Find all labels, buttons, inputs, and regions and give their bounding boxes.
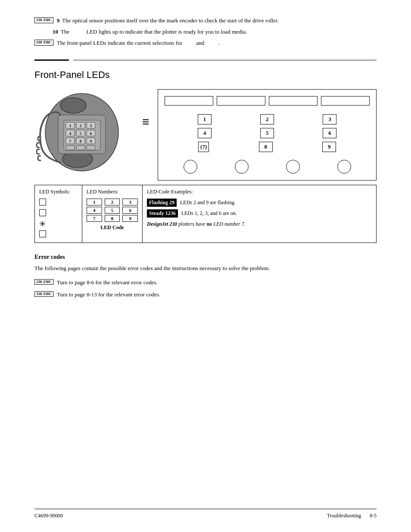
svg-text:4: 4: [69, 131, 72, 136]
led-numbers-col: LED Numbers: 1 2 3 4 5 6 7 8 9 LED Code: [82, 185, 143, 243]
panel-circle-3: [286, 160, 300, 174]
num-box-9: 9: [122, 215, 138, 222]
svg-text:6: 6: [90, 131, 92, 136]
model-tag-230-250: 230 250C: [34, 279, 53, 285]
step-number-10: 10: [53, 28, 58, 35]
flashing-badge: Flashing 29: [147, 199, 177, 207]
svg-text:9: 9: [90, 139, 92, 143]
num-box-4: 4: [87, 207, 102, 214]
steady-text: LEDs 1, 2, 3, and 6 are on.: [181, 210, 237, 217]
svg-rect-24: [76, 146, 85, 150]
svg-text:5: 5: [80, 131, 82, 136]
panel-led-3: 3: [323, 114, 336, 124]
num-box-6: 6: [122, 207, 138, 214]
svg-point-1: [60, 98, 86, 113]
example-row-flashing: Flashing 29 LEDs 2 and 9 are flashing.: [147, 199, 372, 207]
led-diagram-area: 1 2 3 4 5 6 7 8 9: [34, 89, 377, 180]
panel-circles-row: [165, 160, 370, 174]
num-box-2: 2: [105, 199, 120, 205]
symbol-star: ✳: [39, 220, 78, 228]
symbol-square-1: [39, 199, 78, 207]
panel-top-rects: [165, 96, 370, 106]
symbol-square-2: [39, 209, 78, 218]
num-box-5: 5: [105, 207, 120, 214]
svg-rect-25: [87, 146, 95, 150]
symbol-square-3: [39, 230, 78, 239]
step-10: 10 The LED lights up to indicate that th…: [53, 28, 377, 35]
svg-text:1: 1: [69, 124, 72, 128]
step-model-note: 330 350C The front-panel LEDs indicate t…: [34, 40, 377, 47]
led-examples-header: LED-Code Examples:: [147, 189, 372, 195]
page: 330 350C 9 The optical sensor positions …: [0, 0, 411, 532]
panel-rect-3: [269, 96, 318, 106]
error-description: The following pages contain the possible…: [34, 264, 377, 273]
divider-short: [34, 59, 69, 61]
model-tag-330-350c: 330 350C: [34, 291, 53, 297]
section-title: Front-Panel LEDs: [34, 69, 377, 81]
model-note-text: The front-panel LEDs indicate the curren…: [57, 40, 377, 47]
star-icon: ✳: [39, 220, 46, 228]
designjet-brand: DesignJet 230: [147, 221, 177, 227]
led-code-label: LED Code: [87, 224, 138, 231]
panel-led-7-group: ( 7 ): [198, 142, 209, 152]
steady-badge: Steady 1236: [147, 209, 178, 218]
step-9-text: The optical sensor positions itself over…: [62, 17, 377, 24]
phone-illustration: 1 2 3 4 5 6 7 8 9: [34, 89, 134, 177]
square-icon-2: [39, 209, 46, 216]
led-symbols-col: LED Symbols: ✳: [35, 185, 82, 243]
note-text-suffix: LED number 7.: [212, 221, 245, 227]
note-text-middle: plotters have: [177, 221, 206, 227]
svg-text:8: 8: [80, 139, 82, 143]
page-footer: C4699-90000 Troubleshooting 8-5: [34, 509, 377, 519]
led-examples-col: LED-Code Examples: Flashing 29 LEDs 2 an…: [143, 185, 376, 243]
panel-circle-4: [337, 160, 351, 174]
panel-led-6: 6: [323, 128, 336, 138]
equals-icon: ≡: [142, 115, 149, 129]
panel-led-1: 1: [198, 114, 212, 124]
error-section: Error codes The following pages contain …: [34, 254, 377, 298]
paren-right: ): [205, 143, 207, 150]
error-item-330: 330 350C Turn to page 8-13 for the relev…: [34, 291, 377, 298]
panel-circle-1: [184, 160, 197, 174]
error-text-330: Turn to page 8-13 for the relevant error…: [57, 291, 160, 298]
example-note: DesignJet 230 plotters have no LED numbe…: [147, 221, 372, 227]
example-row-steady: Steady 1236 LEDs 1, 2, 3, and 6 are on.: [147, 209, 372, 218]
footer-section: Troubleshooting: [327, 513, 361, 519]
square-icon-3: [39, 230, 46, 237]
panel-rect-4: [321, 96, 370, 106]
panel-rect-1: [165, 96, 213, 106]
step-number-9: 9: [57, 17, 60, 24]
square-icon-1: [39, 199, 46, 205]
panel-led-8: 8: [259, 142, 273, 152]
panel-circle-2: [235, 160, 249, 174]
panel-led-4: 4: [198, 128, 212, 138]
num-box-1: 1: [87, 199, 102, 205]
model-tag-330-350: 330 350C: [34, 17, 53, 23]
svg-text:7: 7: [69, 139, 72, 143]
svg-text:3: 3: [90, 124, 92, 128]
error-title: Error codes: [34, 254, 377, 261]
flashing-text: LEDs 2 and 9 are flashing.: [180, 199, 236, 206]
num-box-7: 7: [87, 215, 102, 222]
model-tag-330-350b: 330 350C: [34, 40, 53, 46]
footer-doc-number: C4699-90000: [34, 513, 63, 519]
led-panel-diagram: 1 2 3 4 5 6 ( 7 ) 8: [158, 89, 377, 180]
num-box-8: 8: [105, 215, 120, 222]
num-box-3: 3: [122, 199, 138, 205]
led-num-grid: 1 2 3 4 5 6 7 8 9: [87, 199, 138, 222]
panel-led-2: 2: [260, 114, 274, 124]
svg-text:2: 2: [80, 124, 82, 128]
panel-led-5: 5: [260, 128, 274, 138]
panel-led-9: 9: [322, 142, 336, 152]
note-bold-no: no: [207, 221, 212, 227]
led-symbols-header: LED Symbols:: [39, 189, 78, 195]
error-item-230: 230 250C Turn to page 8-6 for the releva…: [34, 279, 377, 286]
error-text-230: Turn to page 8-6 for the relevant error …: [57, 279, 158, 286]
led-table: LED Symbols: ✳ LED Numbers: 1 2 3 4 5: [34, 185, 377, 243]
step-10-text: The LED lights up to indicate that the p…: [61, 28, 377, 35]
panel-rect-2: [217, 96, 265, 106]
footer-right: Troubleshooting 8-5: [327, 513, 377, 519]
step-9: 330 350C 9 The optical sensor positions …: [34, 17, 377, 24]
footer-page: 8-5: [370, 513, 377, 519]
divider-long: [73, 60, 377, 60]
